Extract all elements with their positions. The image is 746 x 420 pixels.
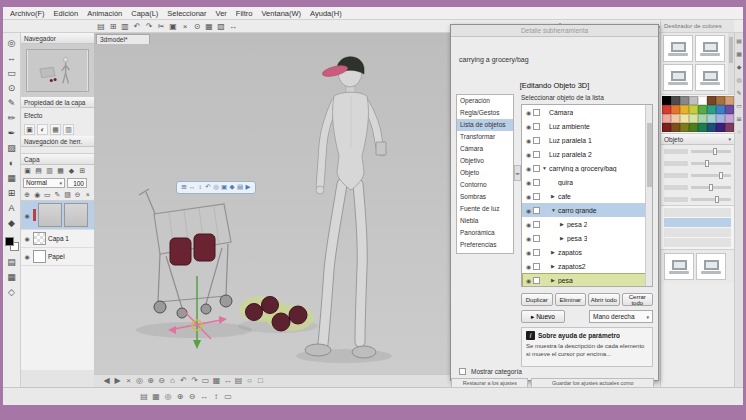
color-slider-panel-title[interactable]: Deslizador de colores xyxy=(661,20,734,33)
dock-icon[interactable]: ◎ xyxy=(735,76,743,84)
menu-item[interactable]: Ayuda(H) xyxy=(310,9,342,18)
category-item[interactable]: Fuente de luz xyxy=(457,203,513,215)
color-swatch[interactable] xyxy=(680,96,689,105)
menu-item[interactable]: Ventana(W) xyxy=(261,9,301,18)
toolbar-icon[interactable]: ▣ xyxy=(167,21,179,33)
navigator-preview[interactable] xyxy=(26,49,89,92)
toolbar-icon[interactable]: ↔ xyxy=(188,182,196,193)
color-swatch[interactable] xyxy=(716,105,725,114)
toolbar-icon[interactable]: ⌂ xyxy=(167,375,178,387)
object-list-item[interactable]: ◉ ▼ carro grande xyxy=(522,203,652,217)
sub-tool-item[interactable] xyxy=(664,218,731,227)
toolbar-icon[interactable]: ▣ xyxy=(23,166,32,175)
material-thumbnail[interactable] xyxy=(663,64,693,91)
cart-seat[interactable] xyxy=(194,234,215,261)
dock-icon[interactable]: ▤ xyxy=(735,37,743,45)
color-swatch[interactable] xyxy=(698,123,707,132)
menu-item[interactable]: Archivo(F) xyxy=(10,9,45,18)
toolbar-icon[interactable]: ⊖ xyxy=(74,190,82,199)
object-checkbox[interactable] xyxy=(533,277,540,284)
hand-select-dropdown[interactable]: Mano derecha ▾ xyxy=(589,310,653,323)
color-swatch[interactable] xyxy=(689,123,698,132)
toolbar-icon[interactable]: ◎ xyxy=(4,36,20,51)
expand-arrow-icon[interactable]: ▶ xyxy=(551,249,558,255)
toolbar-icon[interactable]: ▦ xyxy=(56,166,65,175)
layer-visibility-icon[interactable]: ◉ xyxy=(23,253,31,260)
toolbar-icon[interactable]: ◎ xyxy=(162,391,174,403)
object-checkbox[interactable] xyxy=(533,207,540,214)
color-swatch[interactable] xyxy=(671,96,680,105)
color-swatch[interactable] xyxy=(698,114,707,123)
layer-visibility-icon[interactable]: ◉ xyxy=(23,235,31,242)
toolbar-icon[interactable]: ▶ xyxy=(244,182,252,193)
3d-viewport[interactable] xyxy=(94,44,452,374)
category-item[interactable]: Panorámica xyxy=(457,227,513,239)
toolbar-icon[interactable]: ▤ xyxy=(233,375,244,387)
object-checkbox[interactable] xyxy=(533,151,540,158)
menu-item[interactable]: Filtro xyxy=(236,9,253,18)
toolbar-icon[interactable]: ⊕ xyxy=(23,190,31,199)
color-swatch[interactable] xyxy=(725,123,734,132)
toolbar-icon[interactable]: ▣ xyxy=(220,182,228,193)
toolbar-icon[interactable]: ▤ xyxy=(95,21,107,33)
toolbar-icon[interactable]: ◐ xyxy=(4,156,20,171)
toolbar-icon[interactable]: ⊖ xyxy=(156,375,167,387)
toolbar-icon[interactable]: ◀ xyxy=(101,375,112,387)
visibility-eye-icon[interactable]: ◉ xyxy=(524,249,533,256)
color-swatch[interactable] xyxy=(671,114,680,123)
navigator-panel-header[interactable]: Navegador xyxy=(21,33,94,44)
object-checkbox[interactable] xyxy=(533,109,540,116)
visibility-eye-icon[interactable]: ◉ xyxy=(524,109,533,116)
toolbar-icon[interactable]: ▭ xyxy=(200,375,211,387)
layer-panel-header[interactable]: Capa xyxy=(21,154,94,165)
object-checkbox[interactable] xyxy=(533,137,540,144)
color-swatch[interactable] xyxy=(716,123,725,132)
toolbar-icon[interactable]: ⊞ xyxy=(180,182,188,193)
toolbar-icon[interactable]: ▭ xyxy=(43,190,51,199)
property-slider[interactable] xyxy=(661,145,734,157)
object-list-item[interactable]: ◉ Cámara xyxy=(522,105,652,119)
toolbar-icon[interactable]: ▧ xyxy=(215,21,227,33)
color-swatch[interactable] xyxy=(662,105,671,114)
object-checkbox[interactable] xyxy=(533,179,540,186)
visibility-eye-icon[interactable]: ◉ xyxy=(524,221,533,228)
property-slider[interactable] xyxy=(661,169,734,181)
category-item[interactable]: Objeto xyxy=(457,167,513,179)
dock-icon[interactable]: ◆ xyxy=(735,63,743,71)
menu-item[interactable]: Animación xyxy=(87,9,122,18)
category-item[interactable]: Operación xyxy=(457,95,513,107)
dock-icon[interactable]: ✎ xyxy=(735,89,743,97)
visibility-eye-icon[interactable]: ◉ xyxy=(524,277,533,284)
visibility-eye-icon[interactable]: ◉ xyxy=(524,193,533,200)
property-slider[interactable] xyxy=(661,193,734,205)
category-item[interactable]: Transformar xyxy=(457,131,513,143)
expand-arrow-icon[interactable]: ▶ xyxy=(551,193,558,199)
toolbar-icon[interactable]: ⊙ xyxy=(4,81,20,96)
toolbar-icon[interactable]: ✎ xyxy=(53,190,61,199)
toolbar-icon[interactable]: × xyxy=(179,21,191,33)
dock-icon[interactable]: ▭ xyxy=(735,102,743,110)
menu-item[interactable]: Edición xyxy=(54,9,79,18)
color-swatch[interactable] xyxy=(716,114,725,123)
toolbar-icon[interactable]: ▦ xyxy=(50,124,61,135)
toolbar-icon[interactable]: ⊖ xyxy=(186,391,198,403)
toolbar-icon[interactable]: ↕ xyxy=(210,391,222,403)
toolbar-icon[interactable]: ▥ xyxy=(119,21,131,33)
toolbar-icon[interactable]: ⊞ xyxy=(4,186,20,201)
color-swatch[interactable] xyxy=(680,114,689,123)
toolbar-icon[interactable]: ▦ xyxy=(4,270,20,285)
visibility-eye-icon[interactable]: ◉ xyxy=(524,165,533,172)
material-thumbnail[interactable] xyxy=(695,64,725,91)
toolbar-icon[interactable]: ↔ xyxy=(227,21,239,33)
menu-item[interactable]: Capa(L) xyxy=(131,9,158,18)
toolbar-icon[interactable]: ▤ xyxy=(236,182,244,193)
category-item[interactable]: Contorno xyxy=(457,179,513,191)
object-list-item[interactable]: ◉ ▶ zapatos2 xyxy=(522,259,652,273)
dialog-button[interactable]: Abrir todo xyxy=(588,293,620,306)
toolbar-icon[interactable]: ↔ xyxy=(4,51,20,66)
object-list-item[interactable]: ◉ guira xyxy=(522,175,652,189)
layer-row[interactable]: ◉ xyxy=(21,201,94,230)
scrollbar-thumb[interactable] xyxy=(729,37,733,63)
color-swatch[interactable] xyxy=(671,105,680,114)
category-item[interactable]: Lista de objetos xyxy=(457,119,513,131)
